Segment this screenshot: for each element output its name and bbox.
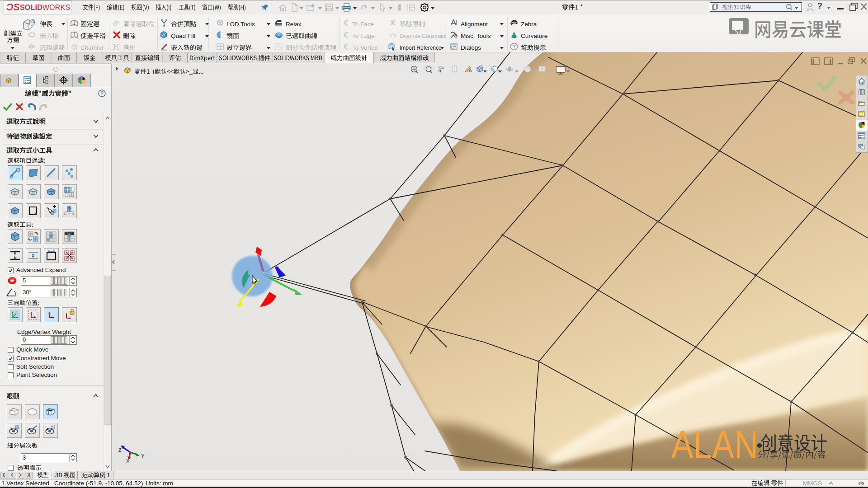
svg-text:ALAN: ALAN [671, 426, 758, 466]
svg-text:A: A [468, 68, 472, 73]
svg-text:Z: Z [118, 447, 122, 453]
svg-text:?: ? [100, 90, 104, 97]
svg-text:X: X [126, 458, 130, 464]
svg-text:?: ? [513, 44, 515, 49]
svg-text:Y: Y [141, 453, 145, 459]
